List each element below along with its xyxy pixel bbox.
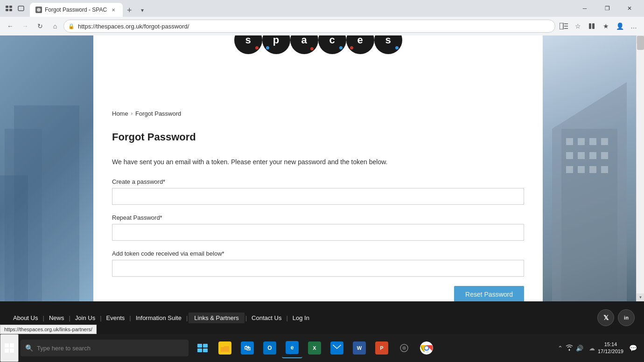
favorites-btn[interactable]: ☆ [571,20,584,33]
footer-link-linkspartners[interactable]: Links & Partners [189,313,244,323]
taskbar-clock[interactable]: 15:14 17/12/2019 [598,341,623,355]
create-password-label: Create a password* [112,178,524,185]
scrollbar-thumb[interactable] [637,36,644,50]
minimize-btn[interactable]: ─ [574,0,595,17]
svg-rect-25 [566,166,573,173]
mail-btn[interactable] [327,338,347,358]
footer-links: About Us | News | Join Us | Events | Inf… [9,313,313,323]
start-button[interactable] [0,334,19,362]
chevron-up-icon[interactable]: ⌃ [558,345,563,352]
svg-point-37 [402,346,406,350]
breadcrumb-home-link[interactable]: Home [112,110,128,117]
chrome-btn[interactable] [416,338,437,358]
svg-rect-4 [18,6,24,11]
tab-title: Forgot Password - SPAC [45,7,107,13]
store-btn[interactable]: 🛍 [237,338,258,358]
svg-point-41 [425,347,428,350]
logo-s2-circle: s [374,35,402,54]
breadcrumb-separator: › [131,111,133,116]
close-btn[interactable]: ✕ [619,0,640,17]
outlook-btn[interactable]: O [259,338,280,358]
new-tab-btn[interactable]: + [123,4,136,17]
footer-link-about[interactable]: About Us [9,314,42,321]
taskbar-search[interactable]: 🔍 Type here to search [21,340,189,356]
windows-icon [5,343,14,353]
repeat-password-input[interactable] [112,224,524,241]
tabs-overview-btn[interactable] [16,3,26,14]
reading-view-btn[interactable] [585,20,598,33]
network-icon[interactable] [566,344,573,352]
address-actions: ☆ ★ 👤 … [557,20,640,33]
search-placeholder: Type here to search [37,345,91,352]
address-bar-wrapper: 🔒 [63,20,555,33]
description-text: We have sent you an email with a token. … [112,157,524,167]
chrome-icon [420,341,433,355]
footer-link-events[interactable]: Events [103,314,129,321]
token-label: Add token code received via email below* [112,250,524,257]
photos-btn[interactable] [394,338,414,358]
svg-rect-1 [9,6,12,8]
footer-link-news[interactable]: News [45,314,68,321]
twitter-btn[interactable]: 𝕏 [597,309,614,326]
settings-btn[interactable]: … [627,20,640,33]
sidebar-toggle-btn[interactable] [557,20,570,33]
active-tab[interactable]: Forgot Password - SPAC ✕ [30,3,123,17]
svg-rect-6 [560,23,563,29]
onedrive-icon[interactable]: ☁ [589,345,595,352]
reset-password-btn[interactable]: Reset Password [454,286,524,301]
window-controls: ─ ❐ ✕ [574,0,640,17]
status-url-text: https://thespaces.org.uk/links-partners/ [4,327,92,332]
store-icon: 🛍 [241,341,254,355]
word-icon: W [353,341,366,355]
edge-btn[interactable]: e [282,338,302,358]
footer-link-infosuite[interactable]: Information Suite [132,314,185,321]
page-content: s p a c e s [0,35,636,301]
mail-icon [330,341,343,355]
footer-link-contactus[interactable]: Contact Us [248,314,285,321]
profile-btn[interactable]: 👤 [613,20,626,33]
scrollbar-arrow-down[interactable]: ▼ [637,293,644,301]
logo-a-circle: a [290,35,318,54]
footer-link-joinus[interactable]: Join Us [71,314,99,321]
breadcrumb: Home › Forgot Password [112,110,524,117]
svg-rect-29 [197,344,202,348]
address-bar[interactable] [63,20,555,33]
token-input[interactable] [112,260,524,277]
restore-btn[interactable]: ❐ [596,0,618,17]
word-btn[interactable]: W [349,338,370,358]
home-btn[interactable]: ⌂ [49,20,62,33]
edge-icon: e [286,341,299,354]
forward-btn[interactable]: → [19,20,32,33]
taskbar: 🔍 Type here to search 🛍 O [0,334,644,362]
tab-favicon [35,7,42,13]
volume-icon[interactable]: 🔊 [576,345,583,352]
svg-rect-0 [6,6,8,8]
favorites-list-btn[interactable]: ★ [599,20,612,33]
file-explorer-icon [218,341,231,355]
tab-close-btn[interactable]: ✕ [110,6,117,14]
svg-rect-27 [589,166,596,173]
back-btn[interactable]: ← [4,20,17,33]
svg-rect-22 [578,152,585,159]
file-browser-btn[interactable] [4,3,14,14]
linkedin-btn[interactable]: in [618,309,635,326]
scrollbar[interactable]: ▲ ▼ [636,35,644,301]
footer-link-login[interactable]: Log In [289,314,313,321]
svg-rect-24 [601,152,608,159]
main-content: s p a c e s [93,35,543,301]
tab-list-btn[interactable]: ▾ [136,4,149,17]
outlook-icon: O [263,341,276,355]
svg-rect-17 [566,138,573,145]
file-explorer-btn[interactable] [215,338,235,358]
svg-rect-26 [578,166,585,173]
create-password-input[interactable] [112,188,524,205]
svg-rect-21 [566,152,573,159]
excel-btn[interactable]: X [304,338,325,358]
powerpoint-icon: P [375,341,388,355]
logo-p-circle: p [262,35,290,54]
notification-btn[interactable]: 💬 [626,341,639,355]
taskview-btn[interactable] [192,338,213,358]
taskbar-time-display: 15:14 [598,341,623,348]
powerpoint-btn[interactable]: P [371,338,392,358]
refresh-btn[interactable]: ↻ [34,20,47,33]
